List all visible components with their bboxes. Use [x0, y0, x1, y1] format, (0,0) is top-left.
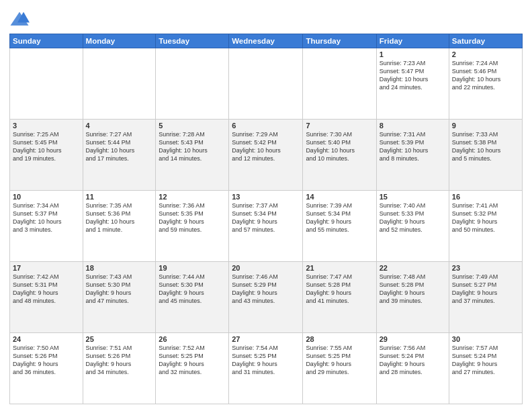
day-info: Sunrise: 7:41 AM Sunset: 5:32 PM Dayligh… — [452, 201, 519, 234]
day-info: Sunrise: 7:52 AM Sunset: 5:25 PM Dayligh… — [159, 344, 226, 377]
table-row: 9Sunrise: 7:33 AM Sunset: 5:38 PM Daylig… — [449, 120, 522, 191]
day-info: Sunrise: 7:30 AM Sunset: 5:40 PM Dayligh… — [306, 130, 373, 163]
table-row: 20Sunrise: 7:46 AM Sunset: 5:29 PM Dayli… — [229, 262, 303, 333]
day-number: 12 — [159, 193, 226, 201]
day-number: 26 — [159, 335, 226, 343]
table-row: 3Sunrise: 7:25 AM Sunset: 5:45 PM Daylig… — [10, 120, 83, 191]
table-row: 16Sunrise: 7:41 AM Sunset: 5:32 PM Dayli… — [449, 191, 522, 262]
day-info: Sunrise: 7:35 AM Sunset: 5:36 PM Dayligh… — [86, 201, 153, 234]
day-info: Sunrise: 7:25 AM Sunset: 5:45 PM Dayligh… — [13, 130, 80, 163]
day-info: Sunrise: 7:37 AM Sunset: 5:34 PM Dayligh… — [232, 201, 300, 234]
table-row: 21Sunrise: 7:47 AM Sunset: 5:28 PM Dayli… — [303, 262, 376, 333]
day-info: Sunrise: 7:28 AM Sunset: 5:43 PM Dayligh… — [159, 130, 226, 163]
header-sunday: Sunday — [10, 34, 83, 48]
calendar-week-row: 24Sunrise: 7:50 AM Sunset: 5:26 PM Dayli… — [10, 333, 523, 404]
day-number: 29 — [380, 335, 446, 343]
table-row: 22Sunrise: 7:48 AM Sunset: 5:28 PM Dayli… — [376, 262, 449, 333]
day-number: 18 — [86, 264, 153, 272]
day-number: 20 — [232, 264, 300, 272]
day-info: Sunrise: 7:46 AM Sunset: 5:29 PM Dayligh… — [232, 273, 300, 306]
day-info: Sunrise: 7:42 AM Sunset: 5:31 PM Dayligh… — [13, 273, 80, 306]
table-row: 25Sunrise: 7:51 AM Sunset: 5:26 PM Dayli… — [83, 333, 156, 404]
day-number: 2 — [452, 50, 519, 58]
day-info: Sunrise: 7:27 AM Sunset: 5:44 PM Dayligh… — [86, 130, 153, 163]
calendar-week-row: 3Sunrise: 7:25 AM Sunset: 5:45 PM Daylig… — [10, 120, 523, 191]
table-row: 8Sunrise: 7:31 AM Sunset: 5:39 PM Daylig… — [376, 120, 449, 191]
day-info: Sunrise: 7:34 AM Sunset: 5:37 PM Dayligh… — [13, 201, 80, 234]
day-number: 8 — [380, 122, 446, 130]
day-info: Sunrise: 7:29 AM Sunset: 5:42 PM Dayligh… — [232, 130, 300, 163]
day-info: Sunrise: 7:55 AM Sunset: 5:25 PM Dayligh… — [306, 344, 373, 377]
day-info: Sunrise: 7:36 AM Sunset: 5:35 PM Dayligh… — [159, 201, 226, 234]
day-number: 4 — [86, 122, 153, 130]
table-row: 30Sunrise: 7:57 AM Sunset: 5:24 PM Dayli… — [449, 333, 522, 404]
day-info: Sunrise: 7:44 AM Sunset: 5:30 PM Dayligh… — [159, 273, 226, 306]
logo — [9, 9, 31, 30]
day-info: Sunrise: 7:50 AM Sunset: 5:26 PM Dayligh… — [13, 344, 80, 377]
header-monday: Monday — [83, 34, 156, 48]
day-number: 7 — [306, 122, 373, 130]
day-number: 27 — [232, 335, 300, 343]
table-row: 4Sunrise: 7:27 AM Sunset: 5:44 PM Daylig… — [83, 120, 156, 191]
calendar-week-row: 17Sunrise: 7:42 AM Sunset: 5:31 PM Dayli… — [10, 262, 523, 333]
weekday-header-row: Sunday Monday Tuesday Wednesday Thursday… — [10, 34, 523, 48]
header-tuesday: Tuesday — [156, 34, 229, 48]
table-row: 10Sunrise: 7:34 AM Sunset: 5:37 PM Dayli… — [10, 191, 83, 262]
day-info: Sunrise: 7:48 AM Sunset: 5:28 PM Dayligh… — [380, 273, 446, 306]
day-number: 24 — [13, 335, 80, 343]
day-number: 5 — [159, 122, 226, 130]
day-info: Sunrise: 7:33 AM Sunset: 5:38 PM Dayligh… — [452, 130, 519, 163]
table-row: 13Sunrise: 7:37 AM Sunset: 5:34 PM Dayli… — [229, 191, 303, 262]
day-info: Sunrise: 7:40 AM Sunset: 5:33 PM Dayligh… — [380, 201, 446, 234]
table-row: 6Sunrise: 7:29 AM Sunset: 5:42 PM Daylig… — [229, 120, 303, 191]
day-number: 30 — [452, 335, 519, 343]
table-row: 17Sunrise: 7:42 AM Sunset: 5:31 PM Dayli… — [10, 262, 83, 333]
logo-icon — [9, 9, 30, 30]
day-info: Sunrise: 7:54 AM Sunset: 5:25 PM Dayligh… — [232, 344, 300, 377]
day-info: Sunrise: 7:39 AM Sunset: 5:34 PM Dayligh… — [306, 201, 373, 234]
header-wednesday: Wednesday — [229, 34, 303, 48]
day-number: 25 — [86, 335, 153, 343]
day-number: 1 — [380, 50, 446, 58]
header-friday: Friday — [376, 34, 449, 48]
day-info: Sunrise: 7:51 AM Sunset: 5:26 PM Dayligh… — [86, 344, 153, 377]
day-number: 3 — [13, 122, 80, 130]
day-number: 14 — [306, 193, 373, 201]
day-info: Sunrise: 7:24 AM Sunset: 5:46 PM Dayligh… — [452, 59, 519, 92]
header-thursday: Thursday — [303, 34, 376, 48]
day-info: Sunrise: 7:47 AM Sunset: 5:28 PM Dayligh… — [306, 273, 373, 306]
table-row: 12Sunrise: 7:36 AM Sunset: 5:35 PM Dayli… — [156, 191, 229, 262]
calendar: Sunday Monday Tuesday Wednesday Thursday… — [9, 34, 523, 404]
day-info: Sunrise: 7:23 AM Sunset: 5:47 PM Dayligh… — [380, 59, 446, 92]
day-number: 17 — [13, 264, 80, 272]
day-info: Sunrise: 7:56 AM Sunset: 5:24 PM Dayligh… — [380, 344, 446, 377]
day-number: 13 — [232, 193, 300, 201]
calendar-week-row: 1Sunrise: 7:23 AM Sunset: 5:47 PM Daylig… — [10, 48, 523, 120]
day-info: Sunrise: 7:49 AM Sunset: 5:27 PM Dayligh… — [452, 273, 519, 306]
table-row: 14Sunrise: 7:39 AM Sunset: 5:34 PM Dayli… — [303, 191, 376, 262]
header — [9, 7, 523, 30]
header-saturday: Saturday — [449, 34, 522, 48]
table-row — [156, 48, 229, 120]
table-row — [83, 48, 156, 120]
day-number: 28 — [306, 335, 373, 343]
day-number: 6 — [232, 122, 300, 130]
table-row: 23Sunrise: 7:49 AM Sunset: 5:27 PM Dayli… — [449, 262, 522, 333]
table-row: 5Sunrise: 7:28 AM Sunset: 5:43 PM Daylig… — [156, 120, 229, 191]
table-row: 15Sunrise: 7:40 AM Sunset: 5:33 PM Dayli… — [376, 191, 449, 262]
day-number: 10 — [13, 193, 80, 201]
day-info: Sunrise: 7:31 AM Sunset: 5:39 PM Dayligh… — [380, 130, 446, 163]
table-row: 27Sunrise: 7:54 AM Sunset: 5:25 PM Dayli… — [229, 333, 303, 404]
day-number: 22 — [380, 264, 446, 272]
table-row — [303, 48, 376, 120]
day-number: 9 — [452, 122, 519, 130]
day-number: 23 — [452, 264, 519, 272]
day-info: Sunrise: 7:43 AM Sunset: 5:30 PM Dayligh… — [86, 273, 153, 306]
table-row: 18Sunrise: 7:43 AM Sunset: 5:30 PM Dayli… — [83, 262, 156, 333]
table-row: 29Sunrise: 7:56 AM Sunset: 5:24 PM Dayli… — [376, 333, 449, 404]
day-number: 16 — [452, 193, 519, 201]
day-number: 15 — [380, 193, 446, 201]
day-info: Sunrise: 7:57 AM Sunset: 5:24 PM Dayligh… — [452, 344, 519, 377]
table-row: 11Sunrise: 7:35 AM Sunset: 5:36 PM Dayli… — [83, 191, 156, 262]
table-row: 2Sunrise: 7:24 AM Sunset: 5:46 PM Daylig… — [449, 48, 522, 120]
